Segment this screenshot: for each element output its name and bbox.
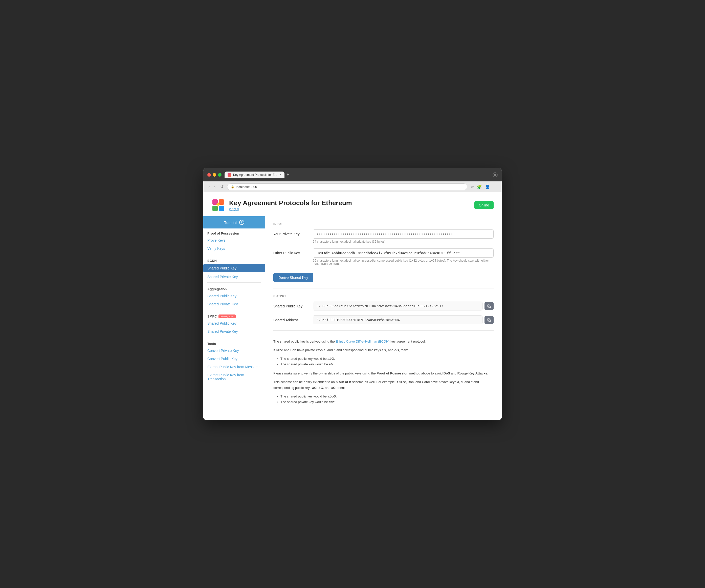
shared-public-key-row: Shared Public Key [273, 302, 493, 310]
shared-public-key-output-container [313, 302, 493, 310]
sidebar-item-extract-public-from-msg[interactable]: Extract Public Key from Message [203, 363, 265, 371]
info-list-item-1: The shared public key would be abG. [280, 356, 493, 362]
info-list-item-2: The shared private key would be ab. [280, 362, 493, 367]
sidebar-section-aggregation: Aggregation [203, 284, 265, 292]
divider-1 [207, 254, 261, 254]
back-button[interactable]: ‹ [207, 184, 210, 190]
input-section-label: INPUT [273, 222, 493, 225]
info-paragraph-2: If Alice and Bob have private keys a, an… [273, 347, 493, 353]
new-tab-button[interactable]: + [284, 171, 291, 178]
other-public-key-row: Other Public Key 66 characters long hexa… [273, 248, 493, 266]
private-key-input[interactable] [313, 229, 493, 238]
close-button[interactable] [207, 173, 211, 177]
private-key-field: 64 characters long hexadecimal private k… [313, 229, 493, 243]
sidebar-item-convert-private-key[interactable]: Convert Private Key [203, 347, 265, 355]
shared-address-label: Shared Address [273, 316, 309, 322]
titlebar: Key Agreement Protocols for E... ✕ + [203, 168, 502, 181]
page-header: ⚡ Key Agreement Protocols for Ethereum 0… [203, 192, 502, 216]
profile-icon[interactable]: 👤 [484, 184, 490, 190]
sidebar-item-agg-shared-private-key[interactable]: Shared Private Key [203, 300, 265, 308]
sidebar-item-agg-shared-public-key[interactable]: Shared Public Key [203, 292, 265, 300]
menu-icon[interactable]: ⋮ [492, 184, 498, 190]
tab-bar: Key Agreement Protocols for E... ✕ + [225, 171, 489, 178]
app-title: Key Agreement Protocols for Ethereum [229, 199, 352, 207]
browser-menu-icon [492, 172, 498, 177]
tab-close-icon[interactable]: ✕ [279, 173, 281, 176]
svg-rect-5 [488, 306, 490, 308]
header-left: ⚡ Key Agreement Protocols for Ethereum 0… [211, 198, 352, 212]
secure-icon: 🔒 [231, 185, 234, 188]
svg-text:⚡: ⚡ [215, 201, 222, 207]
other-public-key-field: 66 characters long hexadecimal compresse… [313, 248, 493, 266]
divider-2 [207, 282, 261, 283]
main-layout: Tutorial ? Proof of Possession Prove Key… [203, 216, 502, 414]
sidebar-item-verify-keys[interactable]: Verify Keys [203, 244, 265, 253]
online-badge: Online [474, 201, 493, 209]
extensions-icon[interactable]: 🧩 [476, 184, 482, 190]
shared-public-key-output [313, 302, 482, 310]
shared-public-key-label: Shared Public Key [273, 302, 309, 308]
info-paragraph-1: The shared public key is derived using t… [273, 339, 493, 344]
private-key-label: Your Private Key [273, 229, 309, 236]
browser-toolbar: ‹ › ↺ 🔒 localhost:3000 ☆ 🧩 👤 ⋮ [203, 181, 502, 192]
info-list-item-3: The shared public key would be abcG. [280, 394, 493, 399]
coming-soon-badge: coming soon [219, 315, 236, 318]
url-bar[interactable]: 🔒 localhost:3000 [227, 183, 467, 190]
tab-favicon [228, 173, 231, 177]
derive-shared-key-button[interactable]: Derive Shared Key [273, 273, 313, 282]
info-list-1: The shared public key would be abG. The … [273, 356, 493, 367]
other-public-key-label: Other Public Key [273, 248, 309, 255]
info-section: The shared public key is derived using t… [273, 337, 493, 405]
divider-3 [207, 310, 261, 310]
question-icon: ? [239, 220, 244, 225]
sidebar-item-extract-public-from-tx[interactable]: Extract Public Key from Transaction [203, 371, 265, 383]
shared-public-key-copy-button[interactable] [484, 302, 493, 310]
app-logo: ⚡ [211, 198, 225, 212]
info-divider [273, 330, 493, 331]
sidebar-section-proof: Proof of Possession [203, 228, 265, 236]
version-text: 0.12.0 [229, 208, 352, 212]
tutorial-label: Tutorial [224, 220, 236, 225]
page-content: ⚡ Key Agreement Protocols for Ethereum 0… [203, 192, 502, 420]
shared-public-key-output-field [313, 302, 493, 310]
sidebar-section-smpc: SMPC coming soon [203, 311, 265, 319]
ecdh-link[interactable]: Elliptic Curve Diffie–Hellman (ECDH) [336, 340, 389, 343]
bookmark-icon[interactable]: ☆ [470, 184, 474, 190]
reload-button[interactable]: ↺ [219, 184, 225, 190]
traffic-lights [207, 173, 222, 177]
url-text: localhost:3000 [236, 185, 257, 189]
output-section-label: OUTPUT [273, 295, 493, 298]
other-public-key-input[interactable] [313, 248, 493, 258]
shared-address-output-container [313, 316, 493, 324]
forward-button[interactable]: › [213, 184, 217, 190]
info-list-2: The shared public key would be abcG. The… [273, 394, 493, 405]
active-tab[interactable]: Key Agreement Protocols for E... ✕ [225, 172, 284, 178]
content-area: INPUT Your Private Key 64 characters lon… [265, 216, 502, 414]
info-paragraph-4: This scheme can be easily extended to an… [273, 379, 493, 391]
browser-window: Key Agreement Protocols for E... ✕ + ‹ ›… [203, 168, 502, 420]
other-public-key-hint: 66 characters long hexadecimal compresse… [313, 259, 493, 266]
sidebar-section-tools: Tools [203, 339, 265, 347]
minimize-button[interactable] [213, 173, 216, 177]
shared-address-copy-button[interactable] [484, 316, 493, 324]
section-divider [273, 288, 493, 288]
tab-title: Key Agreement Protocols for E... [233, 173, 277, 177]
info-paragraph-3: Please make sure to verify the ownership… [273, 371, 493, 376]
header-title: Key Agreement Protocols for Ethereum 0.1… [229, 199, 352, 212]
maximize-button[interactable] [218, 173, 222, 177]
toolbar-icons: ☆ 🧩 👤 ⋮ [470, 184, 498, 190]
tutorial-button[interactable]: Tutorial ? [203, 216, 265, 228]
sidebar: Tutorial ? Proof of Possession Prove Key… [203, 216, 265, 414]
derive-btn-container: Derive Shared Key [273, 271, 493, 282]
sidebar-item-smpc-shared-public-key[interactable]: Shared Public Key [203, 319, 265, 327]
sidebar-item-convert-public-key[interactable]: Convert Public Key [203, 355, 265, 363]
sidebar-item-shared-public-key[interactable]: Shared Public Key [203, 264, 265, 272]
sidebar-item-prove-keys[interactable]: Prove Keys [203, 236, 265, 244]
private-key-hint: 64 characters long hexadecimal private k… [313, 240, 493, 243]
info-list-item-4: The shared private key would be abc. [280, 399, 493, 405]
sidebar-item-shared-private-key[interactable]: Shared Private Key [203, 273, 265, 281]
shared-address-output-field [313, 316, 493, 324]
shared-address-output [313, 316, 482, 324]
sidebar-item-smpc-shared-private-key[interactable]: Shared Private Key [203, 327, 265, 335]
sidebar-section-ecdh: ECDH [203, 256, 265, 264]
